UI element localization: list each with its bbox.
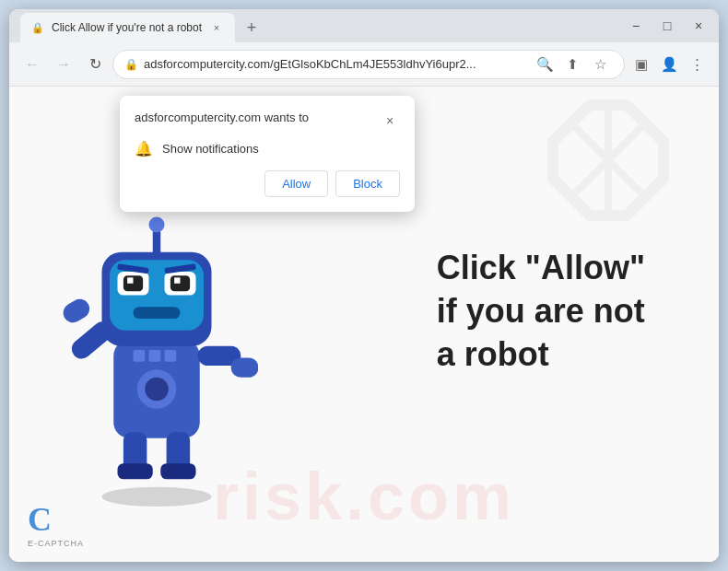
page-text-line2: if you are not	[437, 290, 645, 333]
svg-rect-6	[118, 463, 153, 479]
menu-button[interactable]: ⋮	[684, 52, 710, 77]
block-button[interactable]: Block	[335, 170, 400, 197]
url-bar[interactable]: 🔒 adsforcomputercity.com/gEtGlsoKbChLm4J…	[112, 50, 625, 79]
tab-lock-icon: 🔒	[31, 22, 44, 34]
window-controls: − □ ×	[623, 13, 711, 39]
notification-text: Show notifications	[162, 142, 259, 156]
svg-rect-18	[134, 307, 181, 319]
bookmark-button[interactable]: ☆	[587, 52, 613, 77]
captcha-logo: C E-CAPTCHA	[28, 500, 84, 548]
captcha-icon: C	[28, 500, 52, 539]
popup-close-button[interactable]: ×	[380, 111, 400, 131]
svg-rect-25	[134, 350, 146, 362]
svg-rect-22	[60, 296, 93, 326]
page-text-line1: Click "Allow"	[437, 247, 645, 290]
page-main-text: Click "Allow" if you are not a robot	[437, 247, 645, 376]
url-text: adsforcomputercity.com/gEtGlsoKbChLm4JE5…	[144, 57, 526, 71]
lock-icon: 🔒	[124, 58, 138, 71]
page-background: risk.com	[9, 87, 719, 562]
background-logo	[516, 96, 700, 264]
svg-point-20	[149, 217, 165, 233]
popup-title: adsforcomputercity.com wants to	[135, 111, 309, 124]
svg-rect-27	[165, 350, 177, 362]
browser-tab[interactable]: 🔒 Click Allow if you're not a robot ×	[20, 13, 235, 42]
svg-point-3	[145, 378, 169, 402]
new-tab-button[interactable]: +	[239, 15, 264, 41]
minimize-button[interactable]: −	[623, 13, 649, 39]
tab-close-button[interactable]: ×	[209, 20, 224, 35]
bell-icon: 🔔	[135, 140, 153, 157]
close-button[interactable]: ×	[686, 13, 711, 39]
captcha-label: E-CAPTCHA	[28, 539, 84, 548]
page-text-line3: a robot	[437, 332, 645, 376]
svg-rect-26	[149, 350, 161, 362]
search-icon-button[interactable]: 🔍	[532, 52, 558, 77]
svg-point-0	[102, 487, 212, 507]
toolbar-right: ▣ 👤 ⋮	[628, 52, 710, 77]
url-actions: 🔍 ⬆ ☆	[532, 52, 613, 77]
extensions-button[interactable]: ▣	[628, 52, 654, 77]
svg-rect-19	[153, 228, 161, 256]
maximize-button[interactable]: □	[654, 13, 680, 39]
allow-button[interactable]: Allow	[264, 170, 328, 197]
page-content: risk.com	[9, 87, 719, 562]
back-button[interactable]: ←	[18, 51, 46, 78]
share-button[interactable]: ⬆	[559, 52, 585, 77]
svg-rect-15	[174, 277, 180, 283]
svg-rect-7	[160, 463, 195, 479]
forward-button[interactable]: →	[50, 51, 77, 78]
tab-title: Click Allow if you're not a robot	[52, 21, 202, 34]
notification-popup: adsforcomputercity.com wants to × 🔔 Show…	[120, 96, 415, 212]
refresh-button[interactable]: ↻	[81, 51, 109, 78]
svg-rect-14	[127, 277, 133, 283]
popup-header: adsforcomputercity.com wants to ×	[135, 111, 400, 131]
address-bar: ← → ↻ 🔒 adsforcomputercity.com/gEtGlsoKb…	[9, 42, 719, 87]
svg-rect-24	[231, 358, 258, 378]
browser-window: 🔒 Click Allow if you're not a robot × + …	[9, 9, 719, 562]
title-bar: 🔒 Click Allow if you're not a robot × + …	[9, 9, 719, 42]
popup-buttons: Allow Block	[135, 170, 400, 197]
popup-notification-row: 🔔 Show notifications	[135, 140, 400, 157]
profile-button[interactable]: 👤	[656, 52, 682, 77]
